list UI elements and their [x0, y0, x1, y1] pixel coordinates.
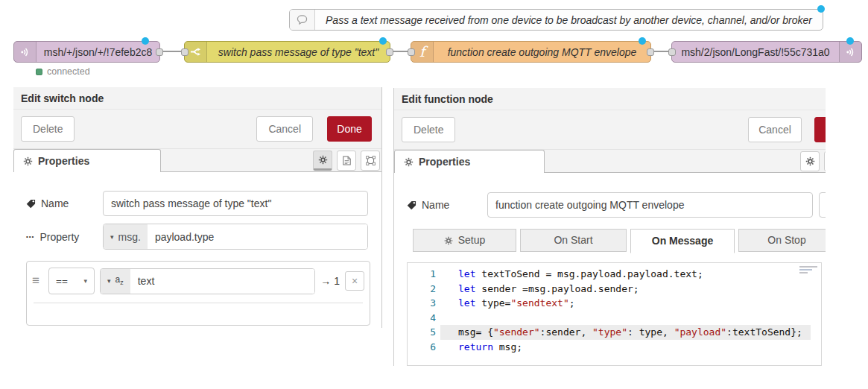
changed-indicator: [142, 37, 149, 45]
mqtt-in-node[interactable]: msh/+/json/+/!7efeb2c8 connected: [13, 41, 160, 63]
appearance-icon-button[interactable]: [361, 151, 380, 171]
input-port[interactable]: [408, 48, 415, 56]
function-label: function create outgoing MQTT envelope: [434, 42, 650, 62]
dialog-buttons: Delete Cancel Done: [394, 110, 826, 150]
gear-icon: [805, 156, 815, 166]
edit-function-node-dialog: Edit function node Delete Cancel Done Pr…: [393, 88, 826, 366]
rule-row: ≡ == ▾ ▾ az → 1 ×: [32, 268, 364, 294]
changed-indicator: [817, 5, 825, 13]
chevron-down-icon: ▾: [107, 277, 111, 285]
changed-indicator: [846, 37, 854, 45]
tab-setup[interactable]: Setup: [413, 229, 516, 252]
mqtt-in-label: msh/+/json/+/!7efeb2c8: [37, 42, 159, 62]
property-row: ••• Property ▾ msg.: [26, 224, 368, 250]
property-label: ••• Property: [26, 231, 103, 243]
code-line: 3 let type="sendtext";: [408, 296, 821, 311]
selection-frame-icon: [366, 156, 376, 165]
gear-icon: [404, 157, 414, 167]
document-icon: [343, 156, 351, 165]
dialog-buttons: Delete Cancel Done: [13, 110, 381, 149]
function-editor-tabs: Setup On Start On Message On Stop: [413, 229, 826, 253]
code-line: 4: [408, 311, 821, 326]
connected-status-icon: [36, 69, 42, 75]
dialog-tabs: Properties: [13, 149, 381, 172]
string-type-icon: az: [115, 275, 124, 286]
code-line: 2 let sender =msg.payload.sender;: [408, 282, 821, 297]
msg-prefix: msg.: [118, 231, 141, 243]
code-line-highlighted: 5 msg= {"sender":sender, "type": type, "…: [408, 325, 821, 340]
mqtt-out-node[interactable]: msh/2/json/LongFast/!55c731a0: [671, 41, 862, 63]
output-port[interactable]: [386, 48, 393, 56]
remove-rule-button[interactable]: ×: [345, 271, 364, 291]
rule-value-input[interactable]: [130, 269, 315, 294]
changed-indicator: [639, 37, 646, 45]
changed-indicator: [379, 37, 387, 45]
description-icon-button[interactable]: [824, 151, 826, 171]
switch-label: switch pass message of type "text": [207, 42, 390, 62]
property-type-select[interactable]: ▾ msg.: [104, 224, 148, 249]
gear-icon: [23, 156, 33, 166]
wifi-icon: [14, 42, 37, 62]
minimap[interactable]: [799, 266, 819, 275]
gear-icon: [444, 236, 453, 245]
tab-properties[interactable]: Properties: [394, 150, 545, 173]
edit-switch-node-dialog: Edit switch node Delete Cancel Done Prop…: [13, 87, 382, 328]
code-line: 1 let textToSend = msg.payload.payload.t…: [408, 267, 821, 282]
rule-operator-select[interactable]: == ▾: [48, 268, 95, 294]
chevron-down-icon: ▾: [110, 233, 114, 241]
delete-button[interactable]: Delete: [21, 116, 75, 142]
tab-on-message[interactable]: On Message: [630, 229, 735, 253]
dialog-title: Edit switch node: [13, 87, 381, 110]
expand-editor-button[interactable]: [819, 192, 826, 218]
properties-icon-button[interactable]: [313, 151, 332, 171]
name-input[interactable]: [103, 191, 368, 216]
tag-icon: [26, 199, 36, 209]
name-input[interactable]: [487, 192, 813, 218]
chevron-down-icon: ▾: [83, 277, 87, 285]
tab-on-start[interactable]: On Start: [520, 229, 627, 252]
property-input[interactable]: [148, 224, 367, 249]
rule-value-group: ▾ az: [100, 268, 315, 294]
mqtt-out-label: msh/2/json/LongFast/!55c731a0: [672, 42, 839, 62]
name-label: Name: [26, 197, 103, 209]
name-label: Name: [407, 199, 487, 211]
delete-button[interactable]: Delete: [402, 117, 455, 142]
cancel-button[interactable]: Cancel: [256, 116, 313, 142]
tag-icon: [407, 200, 416, 210]
done-button[interactable]: Done: [814, 117, 826, 142]
input-port[interactable]: [181, 48, 189, 56]
drag-handle-icon[interactable]: ≡: [32, 273, 43, 288]
output-port[interactable]: [647, 48, 654, 56]
comment-node[interactable]: Pass a text message received from one de…: [289, 9, 823, 31]
dialog-title: Edit function node: [394, 88, 826, 110]
wifi-icon: [839, 42, 861, 62]
connected-status-text: connected: [47, 66, 90, 77]
switch-node[interactable]: switch pass message of type "text": [184, 41, 390, 63]
rule-value-type-select[interactable]: ▾ az: [101, 269, 130, 294]
comment-icon: [290, 10, 315, 30]
code-line: 6 return msg;: [408, 340, 821, 355]
tab-on-stop[interactable]: On Stop: [738, 229, 826, 252]
gear-icon: [318, 155, 328, 165]
name-row: Name: [26, 191, 368, 216]
function-node[interactable]: f function create outgoing MQTT envelope: [411, 41, 651, 63]
output-port[interactable]: [156, 48, 163, 56]
properties-icon-button[interactable]: [800, 151, 820, 171]
comment-label: Pass a text message received from one de…: [315, 10, 823, 30]
node-red-workspace: Pass a text message received from one de…: [0, 0, 868, 389]
rule-output-indicator: → 1: [320, 275, 340, 287]
description-icon-button[interactable]: [337, 151, 356, 171]
name-row: Name: [407, 192, 826, 218]
input-port[interactable]: [668, 48, 676, 56]
code-editor[interactable]: 1 let textToSend = msg.payload.payload.t…: [407, 262, 822, 366]
tab-properties[interactable]: Properties: [13, 149, 161, 172]
divider: [34, 303, 363, 303]
dialog-tabs: Properties: [394, 150, 826, 173]
rules-container: ≡ == ▾ ▾ az → 1 ×: [26, 261, 370, 326]
property-input-group: ▾ msg.: [103, 224, 368, 250]
cancel-button[interactable]: Cancel: [748, 117, 802, 142]
node-status: connected: [36, 66, 90, 77]
ellipsis-icon: •••: [26, 233, 34, 240]
done-button[interactable]: Done: [327, 116, 372, 142]
